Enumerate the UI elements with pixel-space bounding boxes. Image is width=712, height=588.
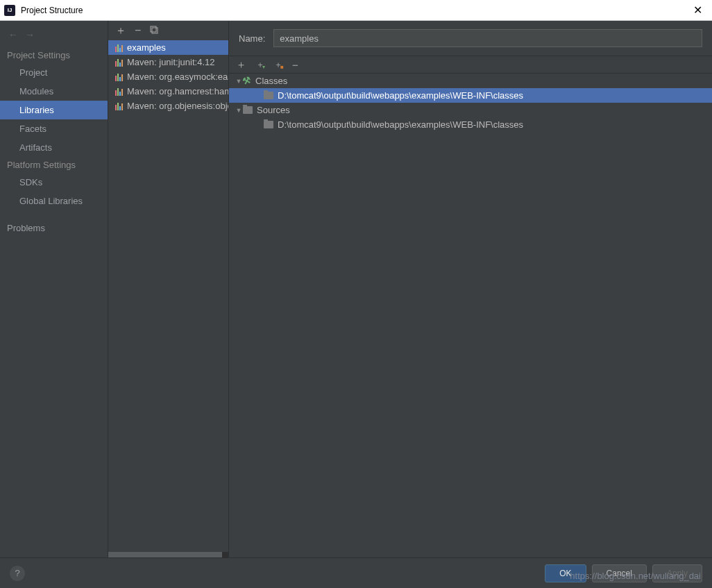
apply-button[interactable]: Apply — [652, 564, 702, 582]
library-icon — [115, 87, 123, 96]
sidebar-item-artifacts[interactable]: Artifacts — [0, 138, 108, 157]
sidebar-item-problems[interactable]: Problems — [0, 219, 108, 237]
add-root-icon[interactable]: ＋ — [236, 58, 246, 72]
library-toolbar: ＋ − — [108, 21, 228, 40]
library-label: examples — [127, 42, 166, 53]
name-label: Name: — [239, 33, 265, 44]
help-button[interactable]: ? — [10, 566, 25, 581]
dialog-footer: ? OK Cancel Apply — [0, 557, 712, 588]
sidebar-section-project-settings: Project Settings — [0, 47, 108, 63]
library-row[interactable]: Maven: org.objenesis:objenesis — [108, 99, 228, 113]
library-label: Maven: org.easymock:easymock — [127, 72, 228, 82]
sidebar-item-project[interactable]: Project — [0, 63, 108, 82]
add-library-icon[interactable]: ＋ — [115, 24, 126, 38]
sidebar-section-platform-settings: Platform Settings — [0, 157, 108, 173]
titlebar: IJ Project Structure ✕ — [0, 0, 712, 21]
tree-label: Classes — [255, 76, 287, 86]
library-roots-tree: ▼ ⚒ Classes D:\tomcat9\output\build\weba… — [229, 74, 712, 557]
nav-arrows: ← → — [0, 26, 108, 47]
library-label: Maven: junit:junit:4.12 — [127, 57, 214, 67]
ok-button[interactable]: OK — [545, 564, 586, 582]
library-label: Maven: org.objenesis:objenesis — [127, 101, 228, 111]
library-icon — [115, 73, 123, 81]
sidebar-item-sdks[interactable]: SDKs — [0, 173, 108, 192]
library-label: Maven: org.hamcrest:hamcrest — [127, 86, 228, 96]
main-content: ← → Project Settings Project Modules Lib… — [0, 21, 712, 557]
window-title: Project Structure — [21, 6, 688, 15]
svg-rect-1 — [152, 28, 158, 33]
tree-node-path[interactable]: D:\tomcat9\output\build\webapps\examples… — [229, 117, 712, 132]
library-icon — [115, 44, 123, 52]
library-detail-panel: Name: ＋ ＋▾ ＋■ − ▼ ⚒ Classes D:\tomcat9\o… — [229, 21, 712, 557]
folder-icon — [243, 106, 253, 114]
library-row[interactable]: Maven: org.hamcrest:hamcrest — [108, 84, 228, 99]
cancel-button[interactable]: Cancel — [592, 564, 647, 582]
sidebar-item-modules[interactable]: Modules — [0, 82, 108, 101]
sidebar-item-global-libraries[interactable]: Global Libraries — [0, 192, 108, 210]
tree-label: D:\tomcat9\output\build\webapps\examples… — [278, 119, 523, 130]
library-name-row: Name: — [229, 21, 712, 56]
library-roots-toolbar: ＋ ＋▾ ＋■ − — [229, 56, 712, 74]
library-row[interactable]: Maven: junit:junit:4.12 — [108, 55, 228, 69]
library-list: examples Maven: junit:junit:4.12 Maven: … — [108, 40, 228, 552]
library-list-scrollbar[interactable] — [108, 552, 228, 557]
copy-library-icon[interactable] — [149, 25, 159, 37]
sidebar-item-facets[interactable]: Facets — [0, 119, 108, 138]
classes-icon: ⚒ — [241, 75, 252, 87]
sidebar-item-libraries[interactable]: Libraries — [0, 101, 108, 119]
nav-forward-icon[interactable]: → — [25, 29, 35, 40]
tree-label: D:\tomcat9\output\build\webapps\examples… — [278, 90, 523, 101]
tree-node-sources[interactable]: ▼ Sources — [229, 103, 712, 117]
intellij-icon: IJ — [4, 5, 15, 16]
library-icon — [115, 58, 123, 67]
library-row[interactable]: Maven: org.easymock:easymock — [108, 69, 228, 84]
nav-back-icon[interactable]: ← — [8, 29, 18, 40]
svg-rect-0 — [151, 26, 156, 32]
library-row[interactable]: examples — [108, 40, 228, 55]
sidebar: ← → Project Settings Project Modules Lib… — [0, 21, 108, 557]
library-icon — [115, 102, 123, 110]
library-name-input[interactable] — [273, 29, 702, 47]
close-icon[interactable]: ✕ — [688, 3, 708, 17]
add-specify-icon[interactable]: ＋▾ — [256, 59, 264, 71]
tree-node-classes[interactable]: ▼ ⚒ Classes — [229, 74, 712, 88]
folder-icon — [264, 92, 273, 99]
add-attach-icon[interactable]: ＋■ — [274, 59, 282, 71]
remove-root-icon[interactable]: − — [292, 59, 298, 71]
library-list-panel: ＋ − examples Maven: junit:junit:4.12 Mav… — [108, 21, 229, 557]
tree-node-path[interactable]: D:\tomcat9\output\build\webapps\examples… — [229, 88, 712, 103]
remove-library-icon[interactable]: − — [135, 24, 141, 37]
tree-label: Sources — [257, 105, 290, 115]
expand-arrow-icon[interactable]: ▼ — [235, 107, 243, 114]
folder-icon — [264, 121, 273, 128]
